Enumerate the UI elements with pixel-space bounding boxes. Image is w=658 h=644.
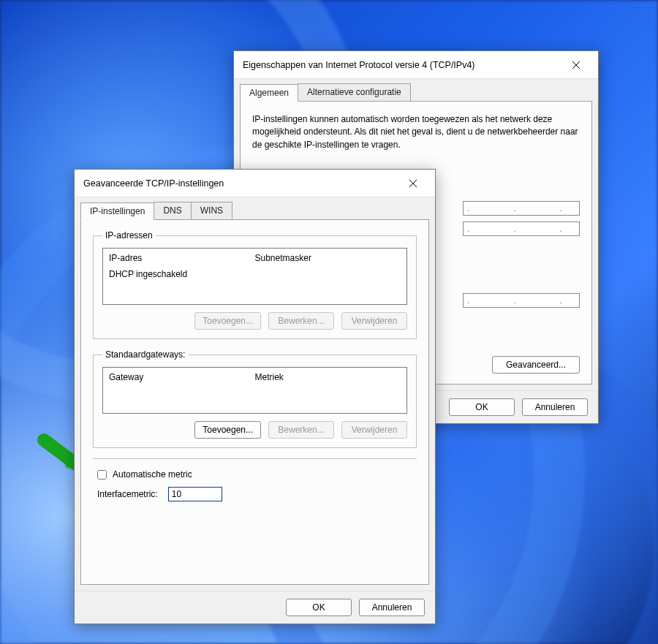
ip-addresses-group: IP-adressen IP-adres Subnetmasker DHCP i…: [93, 230, 417, 339]
advanced-tcpip-dialog: Geavanceerde TCP/IP-instellingen IP-inst…: [74, 169, 436, 624]
delete-button: Verwijderen: [341, 312, 407, 330]
gateways-group: Standaardgateways: Gateway Metriek Toevo…: [93, 349, 417, 448]
window-title: Geavanceerde TCP/IP-instellingen: [83, 178, 400, 189]
tab-ip-settings[interactable]: IP-instellingen: [80, 202, 154, 220]
col-gateway: Gateway: [109, 372, 255, 382]
tabstrip: IP-instellingen DNS WINS: [75, 197, 435, 219]
add-button[interactable]: Toevoegen...: [194, 421, 261, 439]
ok-button[interactable]: OK: [286, 599, 352, 616]
gateway-list[interactable]: Gateway Metriek: [102, 367, 407, 414]
titlebar[interactable]: Eigenschappen van Internet Protocol vers…: [234, 51, 598, 79]
col-ip-address: IP-adres: [109, 253, 255, 263]
ip-input[interactable]: . . .: [463, 201, 580, 216]
close-icon[interactable]: [563, 52, 589, 78]
titlebar[interactable]: Geavanceerde TCP/IP-instellingen: [75, 170, 435, 197]
tab-dns[interactable]: DNS: [154, 202, 191, 219]
auto-metric-checkbox[interactable]: [97, 470, 107, 480]
ip-address-list[interactable]: IP-adres Subnetmasker DHCP ingeschakeld: [102, 248, 407, 305]
ok-button[interactable]: OK: [449, 398, 515, 416]
metric-group: Automatische metric Interfacemetric:: [93, 458, 417, 504]
window-title: Eigenschappen van Internet Protocol vers…: [243, 60, 563, 70]
interface-metric-label: Interfacemetric:: [97, 489, 158, 499]
interface-metric-input[interactable]: [168, 487, 222, 501]
auto-metric-label[interactable]: Automatische metric: [113, 469, 192, 480]
add-button: Toevoegen...: [194, 312, 261, 330]
cancel-button[interactable]: Annuleren: [359, 599, 425, 616]
group-legend: Standaardgateways:: [102, 349, 188, 360]
list-item: DHCP ingeschakeld: [109, 269, 255, 279]
description-text: IP-instellingen kunnen automatisch worde…: [252, 113, 580, 151]
tab-general[interactable]: Algemeen: [240, 84, 298, 102]
advanced-button[interactable]: Geavanceerd...: [492, 356, 580, 374]
cancel-button[interactable]: Annuleren: [522, 398, 588, 416]
ip-button-row: Toevoegen... Bewerken... Verwijderen: [102, 312, 407, 330]
dialog-footer: OK Annuleren: [75, 591, 435, 624]
ip-input[interactable]: . . .: [463, 293, 580, 308]
tab-panel-ip: IP-adressen IP-adres Subnetmasker DHCP i…: [80, 219, 429, 585]
gw-button-row: Toevoegen... Bewerken... Verwijderen: [102, 421, 407, 439]
group-legend: IP-adressen: [102, 230, 156, 240]
tabstrip: Algemeen Alternatieve configuratie: [234, 79, 598, 101]
edit-button: Bewerken...: [268, 312, 334, 330]
delete-button: Verwijderen: [341, 421, 407, 439]
close-icon[interactable]: [400, 170, 426, 197]
col-metric: Metriek: [255, 372, 401, 382]
ip-input[interactable]: . . .: [463, 221, 580, 236]
tab-alternate-config[interactable]: Alternatieve configuratie: [298, 83, 411, 101]
tab-wins[interactable]: WINS: [191, 202, 232, 219]
edit-button: Bewerken...: [268, 421, 334, 439]
col-subnet-mask: Subnetmasker: [255, 253, 401, 263]
